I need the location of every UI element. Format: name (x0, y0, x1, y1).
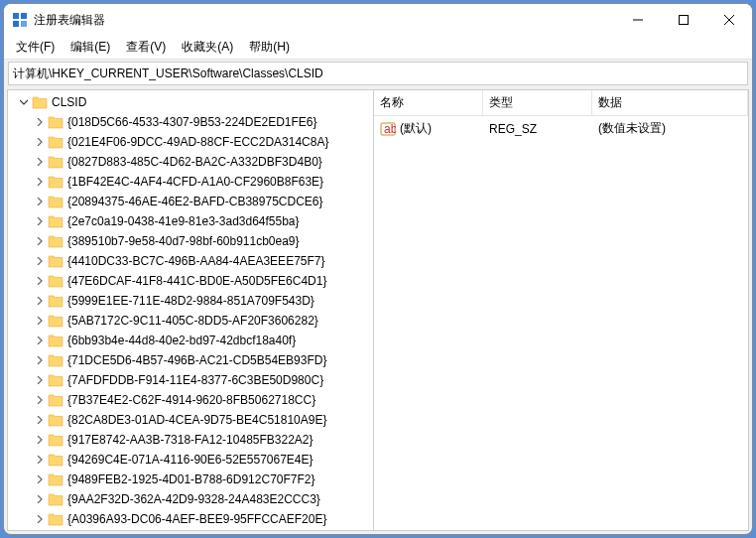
tree-item-label: {6bb93b4e-44d8-40e2-bd97-42dbcf18a40f} (67, 334, 296, 347)
folder-icon (48, 294, 63, 308)
address-input[interactable] (13, 67, 743, 80)
tree-item-label: {1BF42E4C-4AF4-4CFD-A1A0-CF2960B8F63E} (67, 175, 323, 189)
value-name-cell: ab(默认) (374, 118, 483, 139)
menubar: 文件(F) 编辑(E) 查看(V) 收藏夹(A) 帮助(H) (4, 36, 752, 60)
folder-icon (48, 413, 63, 427)
chevron-right-icon[interactable] (34, 354, 46, 366)
folder-icon (48, 195, 63, 208)
tree-root-label: CLSID (52, 95, 86, 109)
address-bar[interactable] (8, 62, 748, 85)
folder-icon (48, 393, 63, 407)
svg-text:ab: ab (384, 122, 396, 136)
tree-item[interactable]: {82CA8DE3-01AD-4CEA-9D75-BE4C51810A9E} (16, 410, 373, 430)
tree-item[interactable]: {9489FEB2-1925-4D01-B788-6D912C70F7F2} (16, 470, 373, 489)
folder-icon (48, 334, 63, 347)
tree-item[interactable]: {917E8742-AA3B-7318-FA12-10485FB322A2} (16, 430, 373, 450)
string-value-icon: ab (380, 121, 396, 137)
column-headers: 名称 类型 数据 (374, 90, 748, 116)
folder-icon (48, 433, 63, 447)
svg-rect-1 (21, 13, 27, 19)
window-title: 注册表编辑器 (34, 12, 105, 29)
menu-favorites[interactable]: 收藏夹(A) (174, 37, 241, 58)
chevron-right-icon[interactable] (34, 176, 46, 188)
svg-rect-3 (21, 21, 27, 27)
chevron-right-icon[interactable] (34, 315, 46, 327)
value-name: (默认) (400, 120, 432, 137)
maximize-button[interactable] (661, 4, 706, 36)
chevron-right-icon[interactable] (34, 374, 46, 386)
tree-item[interactable]: {A0396A93-DC06-4AEF-BEE9-95FFCCAEF20E} (16, 509, 373, 529)
chevron-right-icon[interactable] (34, 235, 46, 247)
tree-item[interactable]: {6bb93b4e-44d8-40e2-bd97-42dbcf18a40f} (16, 331, 373, 350)
tree-item[interactable]: {5999E1EE-711E-48D2-9884-851A709F543D} (16, 291, 373, 311)
tree-item-label: {47E6DCAF-41F8-441C-BD0E-A50D5FE6C4D1} (67, 274, 326, 288)
tree-item[interactable]: {4410DC33-BC7C-496B-AA84-4AEA3EEE75F7} (16, 251, 373, 271)
chevron-right-icon[interactable] (34, 116, 46, 128)
tree-item[interactable]: {7AFDFDDB-F914-11E4-8377-6C3BE50D980C} (16, 370, 373, 390)
column-name[interactable]: 名称 (374, 90, 483, 115)
window-frame: 注册表编辑器 文件(F) 编辑(E) 查看(V) 收藏夹(A) 帮助(H) CL… (3, 3, 753, 535)
folder-icon (48, 512, 63, 526)
tree-item[interactable]: {7B37E4E2-C62F-4914-9620-8FB5062718CC} (16, 390, 373, 410)
tree-item[interactable]: {0827D883-485C-4D62-BA2C-A332DBF3D4B0} (16, 152, 373, 172)
chevron-right-icon[interactable] (34, 493, 46, 505)
minimize-button[interactable] (615, 4, 661, 36)
tree-item[interactable]: {94269C4E-071A-4116-90E6-52E557067E4E} (16, 450, 373, 470)
chevron-right-icon[interactable] (34, 434, 46, 446)
tree-item[interactable]: {2e7c0a19-0438-41e9-81e3-3ad3d64f55ba} (16, 211, 373, 231)
folder-icon (48, 472, 63, 486)
tree-item[interactable]: {389510b7-9e58-40d7-98bf-60b911cb0ea9} (16, 231, 373, 251)
tree-item[interactable]: {47E6DCAF-41F8-441C-BD0E-A50D5FE6C4D1} (16, 271, 373, 291)
chevron-right-icon[interactable] (34, 255, 46, 267)
menu-file[interactable]: 文件(F) (8, 37, 63, 58)
menu-view[interactable]: 查看(V) (118, 37, 174, 58)
value-row[interactable]: ab(默认)REG_SZ(数值未设置) (374, 116, 748, 141)
chevron-right-icon[interactable] (34, 454, 46, 466)
folder-icon (48, 373, 63, 387)
tree-item[interactable]: {018D5C66-4533-4307-9B53-224DE2ED1FE6} (16, 112, 373, 132)
tree-item-label: {4410DC33-BC7C-496B-AA84-4AEA3EEE75F7} (67, 254, 325, 268)
tree-item-label: {9489FEB2-1925-4D01-B788-6D912C70F7F2} (67, 472, 315, 486)
tree-item-label: {2e7c0a19-0438-41e9-81e3-3ad3d64f55ba} (67, 214, 300, 228)
chevron-right-icon[interactable] (34, 196, 46, 207)
column-data[interactable]: 数据 (592, 90, 748, 115)
titlebar[interactable]: 注册表编辑器 (4, 4, 752, 36)
chevron-right-icon[interactable] (34, 156, 46, 168)
detail-pane: 名称 类型 数据 ab(默认)REG_SZ(数值未设置) (374, 89, 749, 531)
tree-item[interactable]: {5AB7172C-9C11-405C-8DD5-AF20F3606282} (16, 311, 373, 331)
tree-item-label: {20894375-46AE-46E2-BAFD-CB38975CDCE6} (67, 195, 323, 208)
tree-item[interactable]: {9AA2F32D-362A-42D9-9328-24A483E2CCC3} (16, 489, 373, 509)
chevron-right-icon[interactable] (34, 215, 46, 227)
folder-icon (48, 453, 63, 467)
tree-pane[interactable]: CLSID{018D5C66-4533-4307-9B53-224DE2ED1F… (7, 89, 374, 531)
folder-icon (48, 254, 63, 268)
chevron-right-icon[interactable] (34, 136, 46, 148)
chevron-right-icon[interactable] (34, 295, 46, 307)
tree-item[interactable]: {021E4F06-9DCC-49AD-88CF-ECC2DA314C8A} (16, 132, 373, 152)
chevron-right-icon[interactable] (34, 473, 46, 485)
tree-item[interactable]: {71DCE5D6-4B57-496B-AC21-CD5B54EB93FD} (16, 350, 373, 370)
chevron-right-icon[interactable] (34, 513, 46, 525)
svg-rect-2 (13, 21, 19, 27)
chevron-right-icon[interactable] (34, 414, 46, 426)
tree-item-label: {7B37E4E2-C62F-4914-9620-8FB5062718CC} (67, 393, 315, 407)
tree-item-label: {021E4F06-9DCC-49AD-88CF-ECC2DA314C8A} (67, 135, 328, 149)
chevron-right-icon[interactable] (34, 394, 46, 406)
folder-icon (48, 274, 63, 288)
tree-root-node[interactable]: CLSID (16, 92, 373, 112)
tree-item-label: {018D5C66-4533-4307-9B53-224DE2ED1FE6} (67, 115, 317, 129)
tree-item[interactable]: {1BF42E4C-4AF4-4CFD-A1A0-CF2960B8F63E} (16, 172, 373, 192)
tree-item[interactable]: {20894375-46AE-46E2-BAFD-CB38975CDCE6} (16, 192, 373, 211)
menu-help[interactable]: 帮助(H) (241, 37, 298, 58)
column-type[interactable]: 类型 (483, 90, 592, 115)
tree-item-label: {389510b7-9e58-40d7-98bf-60b911cb0ea9} (67, 234, 300, 248)
chevron-right-icon[interactable] (34, 275, 46, 287)
close-button[interactable] (706, 4, 752, 36)
tree-item-label: {0827D883-485C-4D62-BA2C-A332DBF3D4B0} (67, 155, 322, 169)
menu-edit[interactable]: 编辑(E) (63, 37, 118, 58)
chevron-down-icon[interactable] (18, 96, 30, 108)
chevron-right-icon[interactable] (34, 335, 46, 346)
folder-icon (48, 492, 63, 506)
svg-rect-5 (680, 16, 689, 25)
tree-item-label: {917E8742-AA3B-7318-FA12-10485FB322A2} (67, 433, 314, 447)
